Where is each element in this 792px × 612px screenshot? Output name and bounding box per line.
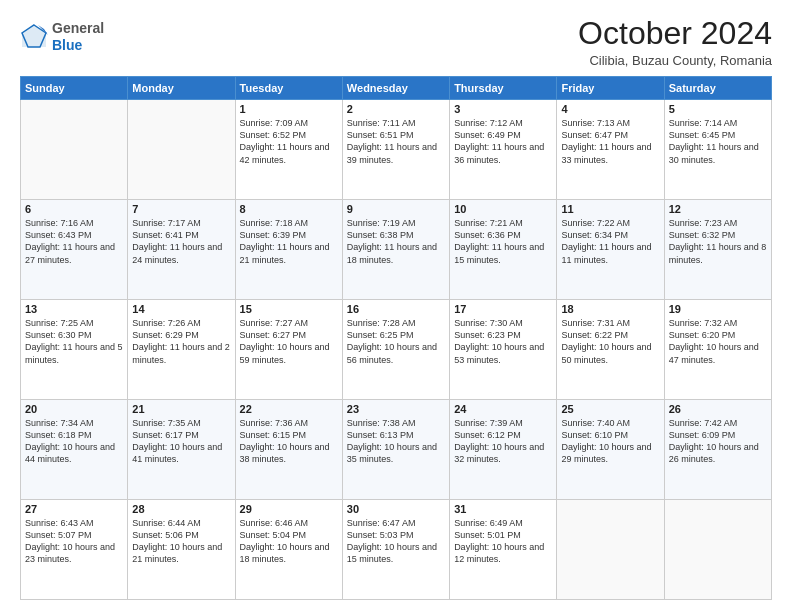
calendar-cell: 30Sunrise: 6:47 AMSunset: 5:03 PMDayligh… [342,500,449,600]
day-info: Sunrise: 7:18 AMSunset: 6:39 PMDaylight:… [240,217,338,266]
day-info: Sunrise: 7:09 AMSunset: 6:52 PMDaylight:… [240,117,338,166]
calendar-cell: 22Sunrise: 7:36 AMSunset: 6:15 PMDayligh… [235,400,342,500]
day-info: Sunrise: 7:35 AMSunset: 6:17 PMDaylight:… [132,417,230,466]
day-number: 16 [347,303,445,315]
day-number: 26 [669,403,767,415]
calendar-cell: 4Sunrise: 7:13 AMSunset: 6:47 PMDaylight… [557,100,664,200]
calendar-cell: 13Sunrise: 7:25 AMSunset: 6:30 PMDayligh… [21,300,128,400]
calendar-cell: 19Sunrise: 7:32 AMSunset: 6:20 PMDayligh… [664,300,771,400]
day-info: Sunrise: 7:11 AMSunset: 6:51 PMDaylight:… [347,117,445,166]
day-number: 29 [240,503,338,515]
day-number: 1 [240,103,338,115]
day-number: 17 [454,303,552,315]
page: General Blue October 2024 Cilibia, Buzau… [0,0,792,612]
logo-text: General Blue [52,20,104,54]
calendar-cell: 28Sunrise: 6:44 AMSunset: 5:06 PMDayligh… [128,500,235,600]
day-number: 13 [25,303,123,315]
day-number: 6 [25,203,123,215]
day-number: 7 [132,203,230,215]
day-number: 19 [669,303,767,315]
calendar-week-3: 13Sunrise: 7:25 AMSunset: 6:30 PMDayligh… [21,300,772,400]
day-info: Sunrise: 7:40 AMSunset: 6:10 PMDaylight:… [561,417,659,466]
calendar-cell: 8Sunrise: 7:18 AMSunset: 6:39 PMDaylight… [235,200,342,300]
day-info: Sunrise: 7:21 AMSunset: 6:36 PMDaylight:… [454,217,552,266]
day-number: 28 [132,503,230,515]
calendar-cell [128,100,235,200]
calendar-cell: 29Sunrise: 6:46 AMSunset: 5:04 PMDayligh… [235,500,342,600]
day-info: Sunrise: 6:43 AMSunset: 5:07 PMDaylight:… [25,517,123,566]
day-number: 8 [240,203,338,215]
calendar-header-friday: Friday [557,77,664,100]
calendar-cell [557,500,664,600]
calendar-header-saturday: Saturday [664,77,771,100]
day-number: 27 [25,503,123,515]
day-info: Sunrise: 6:49 AMSunset: 5:01 PMDaylight:… [454,517,552,566]
calendar-header-sunday: Sunday [21,77,128,100]
day-number: 18 [561,303,659,315]
day-number: 25 [561,403,659,415]
day-info: Sunrise: 7:26 AMSunset: 6:29 PMDaylight:… [132,317,230,366]
day-info: Sunrise: 7:39 AMSunset: 6:12 PMDaylight:… [454,417,552,466]
calendar-cell: 16Sunrise: 7:28 AMSunset: 6:25 PMDayligh… [342,300,449,400]
day-number: 23 [347,403,445,415]
day-number: 21 [132,403,230,415]
calendar-cell: 31Sunrise: 6:49 AMSunset: 5:01 PMDayligh… [450,500,557,600]
day-info: Sunrise: 7:25 AMSunset: 6:30 PMDaylight:… [25,317,123,366]
day-info: Sunrise: 7:36 AMSunset: 6:15 PMDaylight:… [240,417,338,466]
calendar-week-4: 20Sunrise: 7:34 AMSunset: 6:18 PMDayligh… [21,400,772,500]
logo-general-text: General [52,20,104,37]
day-info: Sunrise: 7:13 AMSunset: 6:47 PMDaylight:… [561,117,659,166]
day-info: Sunrise: 7:27 AMSunset: 6:27 PMDaylight:… [240,317,338,366]
calendar-week-5: 27Sunrise: 6:43 AMSunset: 5:07 PMDayligh… [21,500,772,600]
day-number: 4 [561,103,659,115]
day-number: 30 [347,503,445,515]
day-info: Sunrise: 7:12 AMSunset: 6:49 PMDaylight:… [454,117,552,166]
calendar-cell: 3Sunrise: 7:12 AMSunset: 6:49 PMDaylight… [450,100,557,200]
day-info: Sunrise: 7:28 AMSunset: 6:25 PMDaylight:… [347,317,445,366]
calendar-header-monday: Monday [128,77,235,100]
day-number: 24 [454,403,552,415]
calendar-cell: 17Sunrise: 7:30 AMSunset: 6:23 PMDayligh… [450,300,557,400]
calendar-cell: 20Sunrise: 7:34 AMSunset: 6:18 PMDayligh… [21,400,128,500]
calendar-week-2: 6Sunrise: 7:16 AMSunset: 6:43 PMDaylight… [21,200,772,300]
day-number: 11 [561,203,659,215]
calendar-cell: 24Sunrise: 7:39 AMSunset: 6:12 PMDayligh… [450,400,557,500]
calendar-cell [664,500,771,600]
day-number: 20 [25,403,123,415]
calendar-header-wednesday: Wednesday [342,77,449,100]
calendar-cell: 23Sunrise: 7:38 AMSunset: 6:13 PMDayligh… [342,400,449,500]
day-info: Sunrise: 6:47 AMSunset: 5:03 PMDaylight:… [347,517,445,566]
day-info: Sunrise: 7:34 AMSunset: 6:18 PMDaylight:… [25,417,123,466]
day-info: Sunrise: 6:46 AMSunset: 5:04 PMDaylight:… [240,517,338,566]
day-number: 12 [669,203,767,215]
calendar-cell: 7Sunrise: 7:17 AMSunset: 6:41 PMDaylight… [128,200,235,300]
calendar-week-1: 1Sunrise: 7:09 AMSunset: 6:52 PMDaylight… [21,100,772,200]
day-number: 10 [454,203,552,215]
day-info: Sunrise: 7:32 AMSunset: 6:20 PMDaylight:… [669,317,767,366]
day-number: 22 [240,403,338,415]
logo-icon [20,23,48,51]
day-info: Sunrise: 7:42 AMSunset: 6:09 PMDaylight:… [669,417,767,466]
day-info: Sunrise: 7:23 AMSunset: 6:32 PMDaylight:… [669,217,767,266]
calendar-cell: 6Sunrise: 7:16 AMSunset: 6:43 PMDaylight… [21,200,128,300]
header: General Blue October 2024 Cilibia, Buzau… [20,16,772,68]
logo: General Blue [20,20,104,54]
day-number: 14 [132,303,230,315]
calendar-cell: 18Sunrise: 7:31 AMSunset: 6:22 PMDayligh… [557,300,664,400]
calendar-cell: 10Sunrise: 7:21 AMSunset: 6:36 PMDayligh… [450,200,557,300]
calendar-cell: 5Sunrise: 7:14 AMSunset: 6:45 PMDaylight… [664,100,771,200]
day-info: Sunrise: 7:14 AMSunset: 6:45 PMDaylight:… [669,117,767,166]
calendar-cell: 14Sunrise: 7:26 AMSunset: 6:29 PMDayligh… [128,300,235,400]
calendar-cell: 15Sunrise: 7:27 AMSunset: 6:27 PMDayligh… [235,300,342,400]
title-block: October 2024 Cilibia, Buzau County, Roma… [578,16,772,68]
location: Cilibia, Buzau County, Romania [578,53,772,68]
calendar-cell: 1Sunrise: 7:09 AMSunset: 6:52 PMDaylight… [235,100,342,200]
calendar-table: SundayMondayTuesdayWednesdayThursdayFrid… [20,76,772,600]
logo-blue-text: Blue [52,37,104,54]
calendar-cell: 21Sunrise: 7:35 AMSunset: 6:17 PMDayligh… [128,400,235,500]
day-info: Sunrise: 7:16 AMSunset: 6:43 PMDaylight:… [25,217,123,266]
day-number: 2 [347,103,445,115]
calendar-header-tuesday: Tuesday [235,77,342,100]
day-info: Sunrise: 7:30 AMSunset: 6:23 PMDaylight:… [454,317,552,366]
calendar-cell: 12Sunrise: 7:23 AMSunset: 6:32 PMDayligh… [664,200,771,300]
